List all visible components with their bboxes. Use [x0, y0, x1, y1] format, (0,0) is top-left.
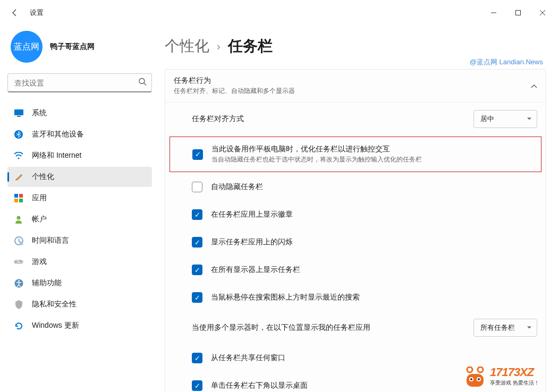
nav-accessibility[interactable]: 辅助功能: [7, 273, 152, 293]
corner-brand: 17173XZ: [490, 365, 539, 379]
svg-rect-10: [14, 199, 18, 202]
svg-rect-15: [14, 260, 23, 264]
minimize-icon: [491, 10, 496, 15]
clock-globe-icon: [14, 236, 23, 245]
badges-label: 在任务栏应用上显示徽章: [211, 210, 537, 219]
nav-label: 帐户: [32, 215, 47, 224]
check-icon: ✓: [194, 266, 200, 274]
show-desktop-checkbox[interactable]: ✓: [192, 380, 202, 391]
svg-point-2: [139, 79, 145, 84]
alignment-select[interactable]: 居中: [473, 110, 537, 128]
section-header-behavior[interactable]: 任务栏行为 任务栏对齐、标记、自动隐藏和多个显示器: [165, 70, 546, 102]
wifi-icon: [14, 151, 23, 160]
gamepad-icon: [14, 257, 23, 267]
nav-personalization[interactable]: 个性化: [7, 167, 152, 187]
nav-privacy[interactable]: 隐私和安全性: [7, 294, 152, 314]
check-icon: ✓: [194, 211, 200, 219]
svg-point-12: [17, 216, 21, 220]
nav-label: 网络和 Internet: [32, 151, 81, 160]
back-button[interactable]: [4, 2, 26, 23]
svg-rect-5: [17, 116, 21, 117]
username: 鸭子哥蓝点网: [50, 42, 95, 52]
nav-system[interactable]: 系统: [7, 103, 152, 123]
all-displays-checkbox[interactable]: ✓: [192, 265, 202, 275]
nav-label: 系统: [32, 108, 47, 118]
row-all-displays: ✓ 在所有显示器上显示任务栏: [165, 256, 546, 284]
share-window-checkbox[interactable]: ✓: [192, 353, 202, 363]
nav-apps[interactable]: 应用: [7, 188, 152, 208]
check-icon: ✓: [195, 150, 201, 158]
row-flashing: ✓ 显示任务栏应用上的闪烁: [165, 228, 546, 256]
mascot-icon: [463, 367, 487, 386]
nav-accounts[interactable]: 帐户: [7, 209, 152, 229]
svg-rect-25: [467, 374, 484, 387]
chevron-right-icon: ›: [217, 40, 221, 53]
badges-checkbox[interactable]: ✓: [192, 209, 202, 220]
multi-display-select[interactable]: 所有任务栏: [473, 319, 537, 337]
tablet-checkbox[interactable]: ✓: [192, 149, 203, 160]
autohide-label: 自动隐藏任务栏: [211, 182, 537, 192]
check-icon: ✓: [194, 354, 200, 362]
alignment-label: 任务栏对齐方式: [192, 114, 473, 124]
svg-point-17: [21, 261, 22, 262]
close-icon: [540, 10, 545, 15]
nav-label: Windows 更新: [32, 321, 79, 330]
row-badges: ✓ 在任务栏应用上显示徽章: [165, 201, 546, 228]
shield-icon: [14, 300, 23, 309]
nav-bluetooth[interactable]: 蓝牙和其他设备: [7, 124, 152, 144]
search-input[interactable]: [7, 73, 152, 92]
display-icon: [14, 108, 23, 118]
svg-point-28: [470, 378, 472, 380]
row-multi-display: 当使用多个显示器时，在以下位置显示我的任务栏应用 所有任务栏: [165, 311, 546, 344]
svg-rect-1: [516, 11, 521, 15]
corner-logo: 17173XZ 享受游戏 热爱生活！: [463, 360, 559, 392]
search-icon: [139, 78, 147, 88]
accessibility-icon: [14, 278, 23, 288]
close-button[interactable]: [530, 4, 555, 21]
nav-label: 时间和语言: [32, 236, 69, 245]
recent-search-checkbox[interactable]: ✓: [192, 292, 202, 303]
svg-rect-11: [19, 199, 23, 202]
user-profile[interactable]: 蓝点网 鸭子哥蓝点网: [7, 25, 152, 73]
all-displays-label: 在所有显示器上显示任务栏: [211, 265, 537, 275]
nav-label: 游戏: [32, 257, 47, 267]
flashing-checkbox[interactable]: ✓: [192, 237, 202, 248]
svg-point-23: [467, 367, 472, 372]
tablet-sublabel: 当自动隐藏任务栏也处于选中状态时，将改为显示为触控输入优化的任务栏: [211, 155, 532, 164]
nav-label: 个性化: [32, 172, 54, 182]
svg-point-29: [478, 378, 480, 380]
corner-tagline: 享受游戏 热爱生活！: [490, 379, 539, 387]
svg-point-16: [15, 261, 16, 262]
svg-rect-8: [14, 194, 18, 198]
nav-time[interactable]: 时间和语言: [7, 231, 152, 251]
highlighted-setting: ✓ 当此设备用作平板电脑时，优化任务栏以进行触控交互 当自动隐藏任务栏也处于选中…: [170, 137, 541, 172]
svg-point-14: [19, 241, 23, 245]
paintbrush-icon: [14, 172, 23, 182]
maximize-button[interactable]: [506, 4, 530, 21]
check-icon: ✓: [194, 294, 200, 302]
avatar: 蓝点网: [11, 31, 43, 63]
row-alignment: 任务栏对齐方式 居中: [165, 102, 546, 135]
nav-network[interactable]: 网络和 Internet: [7, 146, 152, 166]
section-subtitle: 任务栏对齐、标记、自动隐藏和多个显示器: [174, 87, 295, 96]
apps-icon: [14, 193, 23, 203]
autohide-checkbox[interactable]: [192, 182, 202, 192]
multi-display-label: 当使用多个显示器时，在以下位置显示我的任务栏应用: [174, 323, 473, 333]
svg-line-3: [144, 83, 146, 86]
check-icon: ✓: [194, 238, 200, 246]
flashing-label: 显示任务栏应用上的闪烁: [211, 237, 537, 247]
person-icon: [14, 215, 23, 224]
nav-label: 蓝牙和其他设备: [32, 130, 84, 139]
sidebar-nav: 系统 蓝牙和其他设备 网络和 Internet 个性化 应用 帐户 时间和语言 …: [7, 103, 152, 336]
row-recent-search: ✓ 当鼠标悬停在搜索图标上方时显示最近的搜索: [165, 284, 546, 311]
recent-search-label: 当鼠标悬停在搜索图标上方时显示最近的搜索: [211, 293, 537, 302]
nav-gaming[interactable]: 游戏: [7, 252, 152, 272]
svg-point-7: [18, 158, 20, 159]
nav-label: 隐私和安全性: [32, 300, 77, 309]
section-title: 任务栏行为: [174, 76, 295, 86]
breadcrumb-parent[interactable]: 个性化: [165, 36, 209, 56]
minimize-button[interactable]: [481, 4, 506, 21]
row-autohide: 自动隐藏任务栏: [165, 173, 546, 201]
nav-update[interactable]: Windows 更新: [7, 316, 152, 336]
nav-label: 应用: [32, 193, 47, 203]
